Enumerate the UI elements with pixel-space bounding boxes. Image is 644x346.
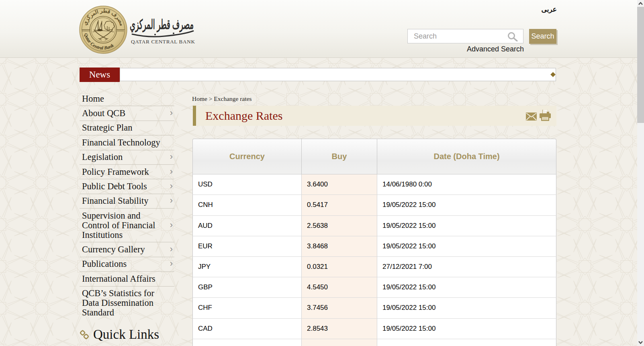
svg-text:مصرف قطر المركزي: مصرف قطر المركزي — [130, 17, 194, 33]
